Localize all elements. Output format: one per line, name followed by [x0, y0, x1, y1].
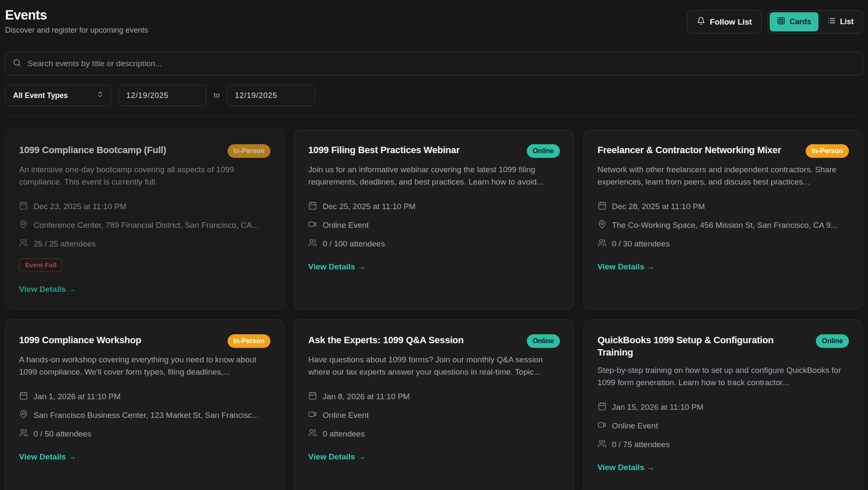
- view-details-link[interactable]: View Details →: [308, 452, 365, 462]
- calendar-icon: [598, 402, 606, 413]
- event-title: Freelancer & Contractor Networking Mixer: [598, 144, 781, 156]
- users-icon: [19, 428, 28, 440]
- card-header: 1099 Compliance Bootcamp (Full) In-Perso…: [19, 144, 270, 158]
- event-location-row: Online Event: [308, 220, 559, 231]
- event-meta: Jan 15, 2026 at 11:10 PM Online Event 0 …: [598, 402, 849, 450]
- map-pin-icon: [19, 220, 28, 231]
- search-icon: [12, 58, 22, 69]
- event-datetime: Jan 15, 2026 at 11:10 PM: [612, 403, 704, 412]
- event-datetime: Dec 28, 2025 at 11:10 PM: [612, 202, 705, 211]
- list-icon: [827, 17, 836, 27]
- map-pin-icon: [19, 410, 28, 421]
- calendar-icon: [19, 201, 28, 212]
- view-details-link[interactable]: View Details →: [598, 463, 655, 472]
- users-icon: [598, 238, 606, 249]
- map-pin-icon: [598, 220, 606, 231]
- event-attendees: 0 attendees: [323, 429, 364, 439]
- event-attendees-row: 0 / 30 attendees: [598, 238, 849, 249]
- view-details-link[interactable]: View Details →: [598, 262, 655, 272]
- event-description: Network with other freelancers and indep…: [598, 164, 849, 188]
- event-attendees-row: 0 attendees: [308, 428, 559, 440]
- event-attendees: 0 / 75 attendees: [612, 440, 670, 449]
- calendar-icon: [19, 391, 28, 402]
- event-card: 1099 Filing Best Practices Webinar Onlin…: [294, 129, 573, 310]
- event-title: 1099 Filing Best Practices Webinar: [308, 144, 459, 156]
- event-location: The Co-Working Space, 456 Mission St, Sa…: [612, 221, 837, 230]
- event-description: Have questions about 1099 forms? Join ou…: [308, 354, 559, 378]
- event-datetime-row: Dec 23, 2025 at 11:10 PM: [19, 201, 270, 212]
- filters-row: All Event Types 12/19/2025 to 12/19/2025: [5, 85, 863, 116]
- users-icon: [308, 238, 317, 249]
- event-datetime: Jan 8, 2026 at 11:10 PM: [323, 392, 410, 401]
- event-datetime-row: Dec 25, 2025 at 11:10 PM: [308, 201, 559, 212]
- event-location: Conference Center, 789 Financial Distric…: [33, 221, 259, 230]
- event-datetime-row: Jan 15, 2026 at 11:10 PM: [598, 402, 849, 413]
- event-type-badge: In-Person: [806, 144, 849, 158]
- event-card: Freelancer & Contractor Networking Mixer…: [584, 129, 863, 310]
- event-description: An intensive one-day bootcamp covering a…: [19, 164, 270, 188]
- follow-list-button[interactable]: Follow List: [687, 10, 762, 34]
- event-datetime-row: Jan 1, 2026 at 11:10 PM: [19, 391, 270, 402]
- users-icon: [308, 428, 317, 440]
- event-attendees-row: 0 / 50 attendees: [19, 428, 270, 440]
- calendar-icon: [308, 201, 317, 212]
- event-type-select[interactable]: All Event Types: [5, 85, 111, 106]
- event-meta: Dec 25, 2025 at 11:10 PM Online Event 0 …: [308, 201, 559, 249]
- bell-icon: [697, 17, 705, 27]
- events-page: Events Discover and register for upcomin…: [0, 0, 868, 490]
- event-location: Online Event: [612, 421, 658, 431]
- event-location-row: Conference Center, 789 Financial Distric…: [19, 220, 270, 231]
- users-icon: [598, 439, 606, 450]
- search-input[interactable]: [5, 52, 863, 76]
- event-description: Join us for an informative webinar cover…: [308, 164, 559, 188]
- event-attendees-row: 0 / 75 attendees: [598, 439, 849, 450]
- event-attendees: 0 / 100 attendees: [323, 239, 385, 249]
- event-attendees-row: 25 / 25 attendees: [19, 238, 270, 249]
- event-location: Online Event: [323, 411, 369, 420]
- event-datetime: Dec 25, 2025 at 11:10 PM: [323, 202, 415, 211]
- chevron-up-down-icon: [97, 91, 104, 100]
- event-type-badge: In-Person: [228, 334, 271, 348]
- event-type-badge: Online: [527, 144, 560, 158]
- view-details-link[interactable]: View Details →: [19, 285, 76, 294]
- date-from-input[interactable]: 12/19/2025: [118, 85, 206, 106]
- page-title: Events: [5, 8, 148, 23]
- event-description: Step-by-step training on how to set up a…: [598, 364, 849, 389]
- event-attendees: 0 / 30 attendees: [612, 239, 670, 249]
- event-location-row: The Co-Working Space, 456 Mission St, Sa…: [598, 220, 849, 231]
- card-header: Freelancer & Contractor Networking Mixer…: [598, 144, 849, 158]
- event-meta: Dec 23, 2025 at 11:10 PM Conference Cent…: [19, 201, 270, 249]
- event-location-row: San Francisco Business Center, 123 Marke…: [19, 410, 270, 421]
- event-full-badge: Event Full: [19, 258, 62, 272]
- event-type-badge: Online: [527, 334, 560, 348]
- users-icon: [19, 238, 28, 249]
- event-meta: Dec 28, 2025 at 11:10 PM The Co-Working …: [598, 201, 849, 249]
- list-view-button[interactable]: List: [820, 12, 861, 31]
- event-card: QuickBooks 1099 Setup & Configuration Tr…: [584, 319, 863, 490]
- cards-view-button[interactable]: Cards: [770, 12, 818, 31]
- event-card: 1099 Compliance Bootcamp (Full) In-Perso…: [5, 129, 284, 310]
- calendar-icon: [598, 201, 606, 212]
- event-meta: Jan 8, 2026 at 11:10 PM Online Event 0 a…: [308, 391, 559, 440]
- list-view-label: List: [840, 17, 854, 26]
- event-location: Online Event: [323, 221, 369, 230]
- event-attendees: 0 / 50 attendees: [33, 429, 91, 439]
- event-title: Ask the Experts: 1099 Q&A Session: [308, 334, 464, 346]
- page-subtitle: Discover and register for upcoming event…: [5, 26, 148, 35]
- view-details-link[interactable]: View Details →: [308, 262, 365, 272]
- view-details-link[interactable]: View Details →: [19, 452, 76, 462]
- date-to-input[interactable]: 12/19/2025: [227, 85, 315, 106]
- event-location-row: Online Event: [308, 410, 559, 421]
- follow-list-label: Follow List: [710, 17, 752, 27]
- event-location-row: Online Event: [598, 420, 849, 431]
- event-datetime-row: Jan 8, 2026 at 11:10 PM: [308, 391, 559, 402]
- card-header: QuickBooks 1099 Setup & Configuration Tr…: [598, 334, 849, 358]
- event-type-value: All Event Types: [13, 91, 68, 100]
- page-header: Events Discover and register for upcomin…: [5, 8, 863, 35]
- event-datetime: Dec 23, 2025 at 11:10 PM: [33, 202, 126, 211]
- event-attendees: 25 / 25 attendees: [33, 239, 96, 249]
- cards-view-label: Cards: [790, 17, 811, 26]
- event-datetime-row: Dec 28, 2025 at 11:10 PM: [598, 201, 849, 212]
- event-card: Ask the Experts: 1099 Q&A Session Online…: [294, 319, 573, 490]
- card-header: 1099 Filing Best Practices Webinar Onlin…: [308, 144, 559, 158]
